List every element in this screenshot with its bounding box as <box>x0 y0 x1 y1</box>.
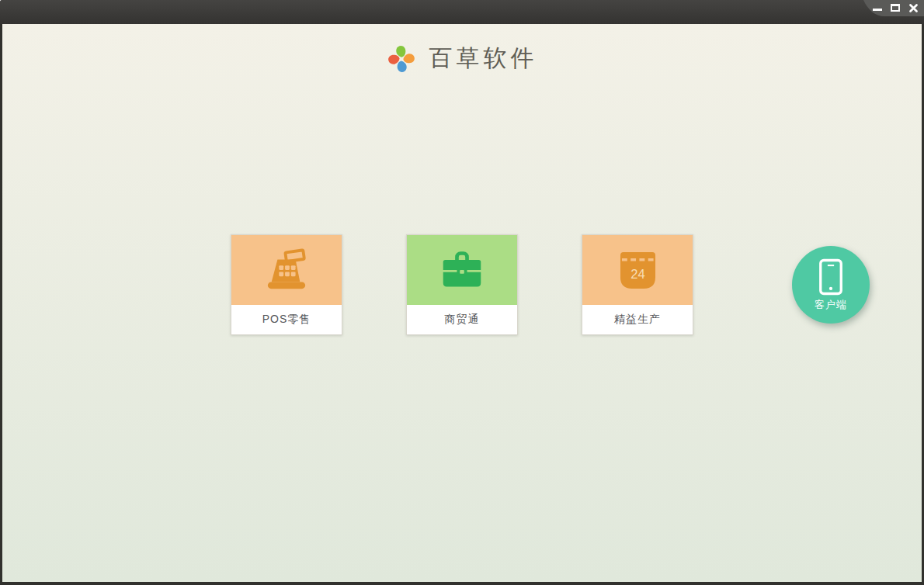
product-card-pos[interactable]: POS零售 <box>231 234 342 335</box>
app-header: 百草软件 <box>2 43 922 74</box>
close-button[interactable] <box>907 1 919 15</box>
product-tile <box>407 235 517 305</box>
cash-register-icon <box>262 248 311 292</box>
window-controls <box>871 0 919 16</box>
product-tile: 24 <box>582 235 693 305</box>
product-label: 精益生产 <box>582 305 693 334</box>
calendar-icon: 24 <box>620 251 656 289</box>
maximize-button[interactable] <box>889 1 901 15</box>
smartphone-icon <box>818 258 844 296</box>
briefcase-icon <box>440 251 484 289</box>
product-label: 商贸通 <box>407 305 517 334</box>
product-tile <box>231 235 342 305</box>
main-content: 百草软件 POS零售 <box>2 24 922 582</box>
app-title: 百草软件 <box>429 43 538 74</box>
client-button-label: 客户端 <box>815 298 847 312</box>
client-button[interactable]: 客户端 <box>792 246 870 324</box>
product-label: POS零售 <box>231 305 342 334</box>
app-window: 百草软件 POS零售 <box>0 0 924 585</box>
minimize-icon <box>873 9 882 11</box>
close-icon <box>908 3 919 13</box>
minimize-button[interactable] <box>871 1 884 15</box>
pinwheel-logo-icon <box>387 43 416 74</box>
calendar-day-number: 24 <box>630 267 645 282</box>
product-card-lean[interactable]: 24 精益生产 <box>582 234 693 335</box>
product-card-trade[interactable]: 商贸通 <box>406 234 518 335</box>
titlebar[interactable] <box>0 0 924 24</box>
maximize-icon <box>891 4 900 12</box>
